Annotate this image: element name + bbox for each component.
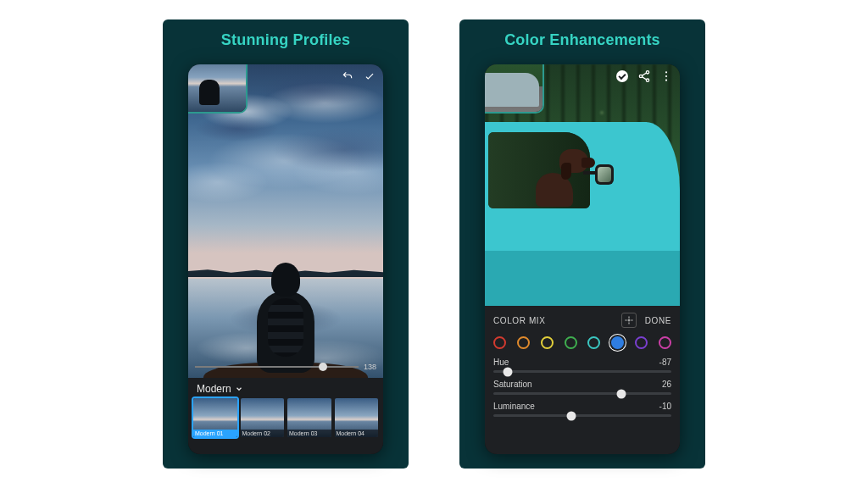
more-icon[interactable] (659, 69, 673, 83)
profiles-phone: 138 Modern Modern 01Modern 02Modern 03Mo… (188, 64, 383, 454)
slider-hue[interactable]: Hue-87 (493, 358, 671, 373)
swatch-magenta[interactable] (659, 336, 671, 349)
undo-icon[interactable] (341, 69, 354, 83)
original-thumbnail[interactable] (188, 64, 248, 114)
profile-category-dropdown[interactable]: Modern (188, 378, 383, 398)
slider-label: Luminance (493, 402, 535, 411)
slider-label: Saturation (493, 380, 532, 389)
section-label: COLOR MIX (493, 316, 546, 325)
original-thumbnail[interactable] (485, 64, 544, 114)
swatch-red[interactable] (493, 336, 506, 349)
color-panel: Color Enhancements (459, 19, 705, 469)
slider-label: Hue (493, 358, 509, 367)
swatch-purple[interactable] (635, 336, 648, 349)
svg-point-4 (665, 75, 667, 77)
swatch-orange[interactable] (517, 336, 530, 349)
svg-point-5 (665, 80, 667, 81)
profile-thumb[interactable]: Modern 04 (335, 398, 379, 437)
done-button[interactable]: DONE (645, 316, 671, 325)
circle-check-icon[interactable] (615, 69, 629, 83)
profiles-panel: Stunning Profiles (163, 19, 409, 469)
svg-point-6 (628, 319, 630, 321)
swatch-aqua[interactable] (587, 336, 600, 349)
profile-intensity-slider[interactable]: 138 (195, 359, 376, 374)
slider-value: -87 (659, 358, 671, 367)
swatch-blue[interactable] (611, 336, 624, 349)
slider-luminance[interactable]: Luminance-10 (493, 402, 671, 417)
svg-point-3 (665, 71, 667, 73)
slider-saturation[interactable]: Saturation26 (493, 380, 671, 395)
target-icon (624, 315, 634, 325)
profile-thumb-label: Modern 01 (193, 430, 237, 437)
profile-strip: Modern Modern 01Modern 02Modern 03Modern… (188, 378, 383, 454)
profile-thumb[interactable]: Modern 02 (241, 398, 285, 437)
color-title: Color Enhancements (504, 31, 660, 49)
target-adjust-button[interactable] (621, 313, 637, 328)
check-icon[interactable] (363, 69, 376, 83)
chevron-down-icon (235, 385, 243, 393)
profile-thumb-label: Modern 04 (335, 430, 379, 437)
color-mix-editor: COLOR MIX DONE Hue-87Saturation26Luminan… (485, 306, 680, 454)
profiles-title: Stunning Profiles (221, 31, 350, 49)
swatch-green[interactable] (565, 336, 577, 349)
profile-thumb-label: Modern 02 (241, 430, 285, 437)
profile-category-label: Modern (197, 383, 231, 395)
slider-value: 26 (662, 380, 671, 389)
swatch-yellow[interactable] (541, 336, 554, 349)
color-phone: COLOR MIX DONE Hue-87Saturation26Luminan… (485, 64, 680, 454)
share-icon[interactable] (637, 69, 651, 83)
profile-thumb[interactable]: Modern 01 (193, 398, 237, 437)
profile-thumb-label: Modern 03 (287, 430, 331, 437)
profile-thumb[interactable]: Modern 03 (287, 398, 331, 437)
intensity-value: 138 (364, 363, 376, 371)
slider-value: -10 (659, 402, 671, 411)
